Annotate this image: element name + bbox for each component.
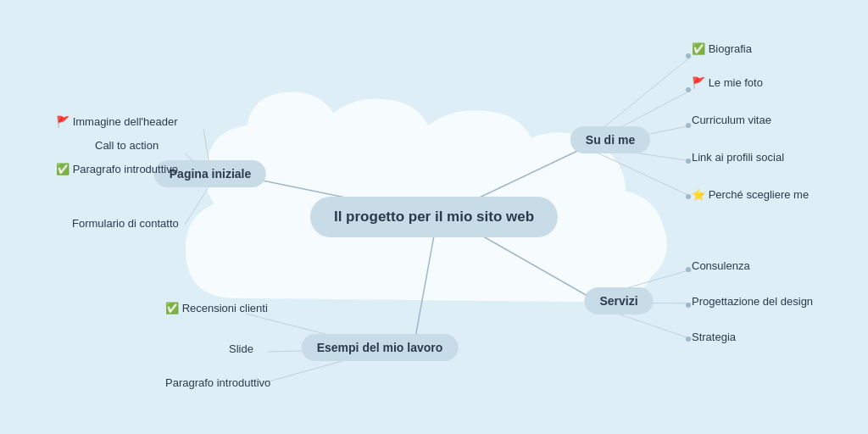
leaf-progettazione: Progettazione del design bbox=[692, 295, 813, 308]
check-icon-bio: ✅ bbox=[692, 42, 705, 55]
leaf-paragrafo-pagina: ✅ Paragrafo introduttivo bbox=[56, 163, 178, 175]
branch-pagina-label: Pagina iniziale bbox=[170, 167, 251, 181]
leaf-paragrafo-esempi: Paragrafo introduttivo bbox=[165, 376, 270, 389]
leaf-consulenza: Consulenza bbox=[692, 259, 750, 272]
leaf-perche: ⭐ Perché scegliere me bbox=[692, 188, 809, 201]
branch-esempi: Esempi del mio lavoro bbox=[302, 334, 459, 361]
flag-icon: 🚩 bbox=[56, 115, 70, 128]
branch-sudime-label: Su di me bbox=[586, 133, 635, 147]
leaf-foto: 🚩 Le mie foto bbox=[692, 76, 763, 89]
leaf-formulario: Formulario di contatto bbox=[72, 217, 179, 230]
leaf-social: Link ai profili social bbox=[692, 151, 784, 164]
check-icon-rec: ✅ bbox=[165, 302, 179, 314]
branch-sudime: Su di me bbox=[570, 126, 650, 153]
leaf-biografia: ✅ Biografia bbox=[692, 42, 752, 55]
flag-icon-foto: 🚩 bbox=[692, 76, 705, 89]
leaf-recensioni: ✅ Recensioni clienti bbox=[165, 302, 268, 314]
leaf-curriculum: Curriculum vitae bbox=[692, 114, 771, 126]
branch-servizi: Servizi bbox=[584, 287, 653, 314]
leaf-cta: Call to action bbox=[95, 139, 159, 152]
check-icon-pagina: ✅ bbox=[56, 163, 70, 175]
leaf-slide: Slide bbox=[229, 342, 253, 355]
branch-servizi-label: Servizi bbox=[599, 294, 637, 308]
central-node: Il progetto per il mio sito web bbox=[310, 197, 558, 237]
central-label: Il progetto per il mio sito web bbox=[334, 209, 534, 225]
star-icon: ⭐ bbox=[692, 188, 705, 201]
leaf-immagine: 🚩 Immagine dell'header bbox=[56, 115, 178, 128]
leaf-strategia: Strategia bbox=[692, 331, 736, 343]
branch-esempi-label: Esempi del mio lavoro bbox=[317, 341, 443, 354]
